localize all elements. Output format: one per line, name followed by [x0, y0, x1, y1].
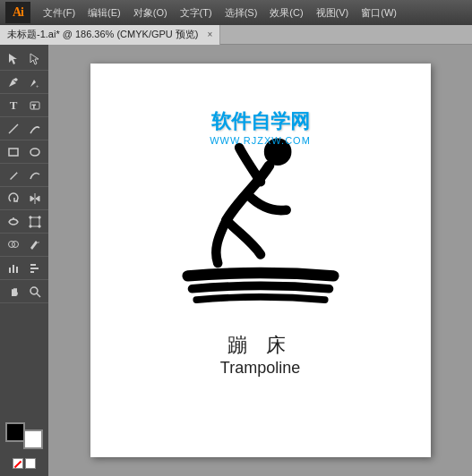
- pencil-tools: [0, 165, 48, 187]
- menu-view[interactable]: 视图(V): [311, 4, 355, 21]
- svg-marker-10: [36, 196, 39, 201]
- svg-rect-23: [30, 268, 39, 269]
- direct-select-tool[interactable]: [24, 49, 46, 69]
- app-logo: Ai: [5, 2, 30, 23]
- figure-area: 蹦 床 Trampoline: [171, 126, 350, 378]
- svg-rect-12: [30, 217, 39, 226]
- graph-tools: [0, 258, 48, 280]
- trampoline-figure: [171, 126, 350, 323]
- live-paint-tool[interactable]: [24, 235, 46, 255]
- none-swatch[interactable]: [13, 458, 23, 469]
- svg-marker-0: [9, 54, 17, 64]
- menu-file[interactable]: 文件(F): [38, 4, 81, 21]
- pen-tool[interactable]: [3, 72, 24, 92]
- type-tool[interactable]: T: [3, 96, 24, 115]
- ellipse-tool[interactable]: [24, 142, 46, 162]
- svg-text:+: +: [36, 83, 39, 89]
- svg-point-25: [30, 287, 38, 294]
- line-tools: [0, 118, 48, 140]
- pencil-tool[interactable]: [3, 166, 24, 185]
- warp-tool[interactable]: [3, 212, 24, 232]
- svg-line-26: [37, 293, 40, 297]
- caption-chinese: 蹦 床: [220, 332, 300, 359]
- svg-point-16: [39, 225, 40, 227]
- svg-point-14: [39, 217, 40, 218]
- menu-select[interactable]: 选择(S): [219, 4, 263, 21]
- bar-graph-tool[interactable]: [24, 259, 46, 278]
- menu-effect[interactable]: 效果(C): [264, 4, 308, 21]
- svg-rect-21: [16, 267, 18, 273]
- svg-rect-20: [13, 265, 14, 273]
- nav-tools: [0, 281, 48, 303]
- svg-text:T: T: [32, 104, 36, 109]
- shape-tools: [0, 141, 48, 164]
- svg-rect-6: [9, 149, 18, 156]
- build-tools: [0, 234, 48, 257]
- toolbar: + T T: [0, 45, 48, 476]
- caption: 蹦 床 Trampoline: [220, 332, 300, 378]
- menu-window[interactable]: 窗口(W): [356, 4, 402, 21]
- pen-tools: +: [0, 72, 48, 94]
- smooth-tool[interactable]: [24, 166, 46, 185]
- type-tools: T T: [0, 95, 48, 117]
- svg-rect-19: [9, 268, 11, 273]
- menu-type[interactable]: 文字(T): [175, 4, 218, 21]
- swatch-controls: [13, 458, 36, 469]
- zoom-tool[interactable]: [24, 282, 46, 302]
- canvas-paper: 软件自学网 WWW.RJZXW.COM: [90, 64, 431, 457]
- title-bar: Ai 文件(F) 编辑(E) 对象(O) 文字(T) 选择(S) 效果(C) 视…: [0, 0, 472, 25]
- line-tool[interactable]: [3, 119, 24, 139]
- foreground-swatch[interactable]: [5, 422, 25, 442]
- watermark-url: WWW.RJZXW.COM: [210, 135, 311, 146]
- caption-english: Trampoline: [220, 359, 300, 378]
- arc-tool[interactable]: [24, 119, 46, 139]
- menu-edit[interactable]: 编辑(E): [82, 4, 126, 21]
- column-graph-tool[interactable]: [3, 259, 24, 278]
- tab-close-button[interactable]: ×: [208, 30, 213, 39]
- menu-object[interactable]: 对象(O): [128, 4, 173, 21]
- tab-bar: 未标题-1.ai* @ 186.36% (CMYK/GPU 预览) ×: [0, 25, 472, 45]
- svg-rect-24: [30, 271, 34, 273]
- background-swatch[interactable]: [23, 429, 43, 449]
- watermark: 软件自学网 WWW.RJZXW.COM: [210, 108, 311, 146]
- svg-point-13: [30, 217, 31, 218]
- reflect-tool[interactable]: [24, 189, 46, 208]
- watermark-title: 软件自学网: [210, 108, 311, 135]
- swap-swatch[interactable]: [25, 458, 36, 469]
- main-area: + T T: [0, 45, 472, 476]
- svg-rect-22: [30, 264, 36, 266]
- transform-tools: [0, 188, 48, 210]
- warp-tools: [0, 211, 48, 234]
- svg-line-5: [9, 124, 18, 133]
- tab-label: 未标题-1.ai* @ 186.36% (CMYK/GPU 预览): [7, 28, 199, 41]
- color-area: [2, 419, 47, 472]
- free-transform-tool[interactable]: [24, 212, 46, 232]
- rect-tool[interactable]: [3, 142, 24, 162]
- arrow-tool[interactable]: [3, 49, 24, 69]
- canvas-area: 软件自学网 WWW.RJZXW.COM: [48, 45, 472, 476]
- svg-point-15: [30, 225, 31, 227]
- active-tab[interactable]: 未标题-1.ai* @ 186.36% (CMYK/GPU 预览) ×: [0, 25, 220, 45]
- menu-bar: 文件(F) 编辑(E) 对象(O) 文字(T) 选择(S) 效果(C) 视图(V…: [38, 4, 467, 21]
- add-anchor-tool[interactable]: +: [24, 72, 46, 92]
- svg-marker-9: [30, 196, 34, 201]
- hand-tool[interactable]: [3, 282, 24, 302]
- area-type-tool[interactable]: T: [24, 96, 46, 115]
- svg-point-7: [30, 149, 39, 156]
- rotate-tool[interactable]: [3, 189, 24, 208]
- shape-builder-tool[interactable]: [3, 235, 24, 255]
- svg-marker-1: [30, 54, 39, 64]
- swatches: [5, 422, 43, 456]
- selection-tools: [0, 48, 48, 71]
